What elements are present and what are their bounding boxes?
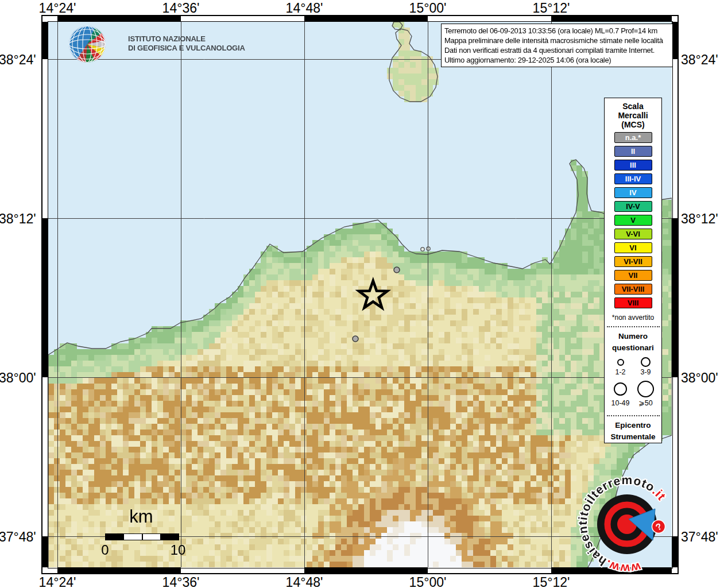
mcs-swatch-vi: VI [614,242,652,253]
frame-band-segment [181,16,304,22]
frame-band-segment [57,567,181,573]
bottom-tick-label: 14°24' [39,575,76,588]
info-line-updated: Ultimo aggiornamento: 29-12-2025 14:06 (… [444,55,669,65]
questionnaire-size-circle [637,381,654,397]
scalebar-segment [142,534,161,540]
mcs-swatch-iv: IV [614,187,652,198]
questionnaire-size-circle [641,357,651,367]
macroseismic-map-page: 14°24'14°36'14°48'15°00'15°12' 14°24'14°… [0,0,720,588]
frame-band-segment [42,59,48,218]
ingv-line1: ISTITUTO NAZIONALE [128,34,245,44]
scalebar-segment [161,534,179,540]
frame-band-segment [42,567,48,573]
legend-footnote: *non avvertito [612,314,654,322]
frame-band-segment [42,218,48,377]
questionnaire-size-label: ⩾50 [638,399,652,407]
mcs-swatch-n-a-: n.a.* [614,132,652,143]
frame-band-segment [551,567,672,573]
mcs-swatch-iii-iv: III-IV [614,173,652,184]
frame-band-segment [181,567,304,573]
right-tick-label: 38°24' [681,52,718,68]
mcs-swatch-iii: III [614,160,652,171]
ingv-wordmark: ISTITUTO NAZIONALE DI GEOFISICA E VULCAN… [128,34,245,53]
top-tick-label: 14°36' [162,1,200,16]
frame-band-segment [304,16,428,22]
epicenter-title-line: Strumentale [610,431,655,443]
bottom-tick-label: 15°00' [409,575,447,588]
questionnaire-size-label: 10-49 [611,399,630,407]
info-line-map: Mappa preliminare delle intensità macros… [444,36,669,45]
top-tick-label: 14°48' [286,1,323,16]
info-line-event: Terremoto del 06-09-2013 10:33:56 (ora l… [444,26,669,36]
questionnaire-size-key: 1-23-910-49⩾50 [608,357,659,411]
bottom-tick-label: 14°48' [286,575,323,588]
right-tick-label: 38°12' [681,211,718,227]
scalebar-segment [123,534,142,540]
questionnaire-title-line: questionari [612,342,654,354]
mcs-swatch-vii: VII [614,270,652,281]
legend-title-line: Scala [622,102,644,111]
mcs-swatch-vi-vii: VI-VII [614,256,652,267]
legend-separator [607,415,660,416]
bottom-tick-label: 15°12' [533,575,570,588]
frame-band-segment [672,59,678,218]
right-tick-label: 37°48' [681,529,718,545]
questionnaire-size-label: 3-9 [640,368,651,376]
top-tick-label: 14°24' [39,1,76,16]
left-tick-label: 38°00' [0,370,36,386]
frame-band-segment [672,377,678,536]
scalebar-segment [106,534,123,540]
legend-panel: Scala Mercalli (MCS) n.a.*IIIIIIII-IVIVI… [604,98,662,443]
ingv-line2: DI GEOFISICA E VULCANOLOGIA [128,44,245,53]
legend-title-line: Mercalli [618,111,648,120]
frame-band-segment [672,218,678,377]
left-tick-label: 38°24' [0,52,36,68]
legend-title-line: (MCS) [621,120,644,129]
left-tick-label: 37°48' [0,529,36,545]
frame-band-segment [42,22,48,59]
frame-band-segment [48,16,57,22]
frame-band-segment [672,16,678,22]
questionnaire-size-circle [617,359,624,366]
mcs-swatch-v-vi: V-VI [614,229,652,239]
questionnaire-size-circle [614,382,627,396]
scalebar [105,533,179,540]
scalebar-unit: km [115,506,168,527]
frame-band-segment [42,536,48,567]
frame-band-segment [672,536,678,567]
mcs-swatch-viii: VIII [614,297,652,308]
left-tick-label: 38°12' [0,211,36,227]
frame-band-segment [42,16,48,22]
frame-band-segment [48,567,57,573]
legend-separator [607,326,660,327]
questionnaire-size-label: 1-2 [615,368,625,376]
bottom-tick-label: 14°36' [162,575,200,588]
mcs-scale-swatches: n.a.*IIIIIIII-IVIVIV-VVV-VIVIVI-VIIVIIVI… [614,129,652,308]
frame-band-segment [428,567,551,573]
mcs-swatch-vii-viii: VII-VIII [614,284,652,295]
mcs-swatch-ii: II [614,146,652,157]
terrain-map-canvas [48,22,672,567]
scalebar-start-label: 0 [98,542,113,558]
frame-band-segment [672,567,678,573]
right-tick-label: 38°00' [681,370,718,386]
mcs-swatch-v: V [614,215,652,226]
frame-band-segment [551,16,672,22]
questionnaire-title-line: Numero [618,331,648,342]
epicenter-title-line: Epicentro [615,420,651,431]
mcs-swatch-iv-v: IV-V [614,201,652,212]
frame-band-segment [428,16,551,22]
frame-band-segment [42,377,48,536]
earthquake-info-box: Terremoto del 06-09-2013 10:33:56 (ora l… [441,24,673,67]
top-tick-label: 15°12' [533,1,570,16]
info-line-data: Dati non verificati estratti da 4 questi… [444,45,669,55]
top-tick-label: 15°00' [409,1,447,16]
scalebar-end-label: 10 [169,542,187,558]
frame-band-segment [57,16,181,22]
frame-band-segment [304,567,428,573]
